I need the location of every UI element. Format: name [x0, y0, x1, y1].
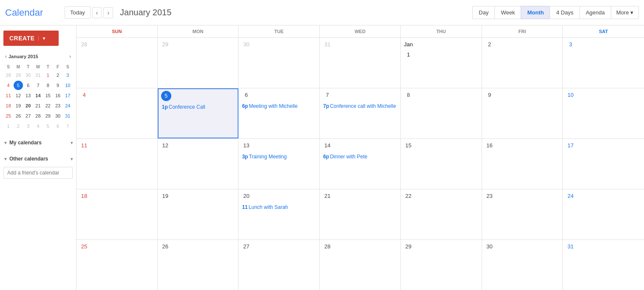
mini-day[interactable]: 22 — [43, 101, 53, 110]
add-friend-calendar-input[interactable] — [3, 167, 73, 179]
view-day-button[interactable]: Day — [472, 6, 495, 19]
cal-day[interactable]: 16 — [482, 139, 563, 189]
cal-day[interactable]: 17 — [563, 139, 644, 189]
mini-day[interactable]: 30 — [23, 70, 33, 80]
mini-day[interactable]: 30 — [53, 111, 62, 121]
next-button[interactable]: › — [103, 7, 113, 18]
mini-day[interactable]: 6 — [23, 81, 33, 90]
cal-day[interactable]: 13 3pTraining Meeting — [238, 139, 320, 189]
mini-day[interactable]: 6 — [53, 121, 62, 131]
view-4days-button[interactable]: 4 Days — [550, 6, 579, 19]
cal-day[interactable]: 24 — [563, 189, 644, 239]
mini-day[interactable]: 25 — [4, 111, 13, 121]
cal-day[interactable]: 9 — [482, 88, 563, 138]
cal-day[interactable]: 30 — [238, 38, 320, 88]
calendar-event[interactable]: 7pConference call with Michelle — [322, 103, 398, 110]
other-calendars-dropdown[interactable]: ▾ — [71, 157, 73, 161]
mini-day[interactable]: 4 — [4, 81, 13, 90]
cal-day[interactable]: 27 — [238, 240, 320, 290]
mini-day[interactable]: 10 — [63, 81, 72, 90]
calendar-event[interactable]: 1pConference Call — [161, 104, 235, 110]
calendar-event[interactable]: 6pMeeting with Michelle — [241, 103, 317, 110]
cal-day[interactable]: 2 — [482, 38, 563, 88]
mini-day[interactable]: 5 — [43, 121, 53, 131]
cal-day-selected[interactable]: 5 1pConference Call — [158, 88, 239, 138]
mini-day[interactable]: 3 — [23, 121, 33, 131]
mini-day[interactable]: 18 — [4, 101, 13, 110]
mini-day[interactable]: 11 — [4, 91, 13, 100]
mini-day[interactable]: 28 — [4, 70, 13, 80]
mini-day[interactable]: 31 — [33, 70, 43, 80]
cal-day[interactable]: 8 — [401, 88, 482, 138]
mini-day[interactable]: 28 — [33, 111, 43, 121]
cal-day[interactable]: 28 — [320, 240, 401, 290]
create-button[interactable]: CREATE ▼ — [3, 31, 59, 46]
calendar-event[interactable]: 11Lunch with Sarah — [241, 204, 317, 211]
view-month-button[interactable]: Month — [521, 6, 550, 19]
more-button[interactable]: More ▾ — [611, 6, 639, 19]
cal-day[interactable]: 31 — [563, 240, 644, 290]
mini-cal-prev[interactable]: ‹ — [3, 53, 9, 60]
cal-day[interactable]: 3 — [563, 38, 644, 88]
my-calendars-dropdown[interactable]: ▾ — [71, 141, 73, 145]
mini-cal-next[interactable]: › — [68, 53, 73, 60]
mini-day[interactable]: 20 — [23, 101, 33, 110]
cal-day[interactable]: 31 — [320, 38, 401, 88]
cal-day[interactable]: 25 — [77, 240, 158, 290]
mini-day[interactable]: 23 — [53, 101, 62, 110]
cal-day[interactable]: 22 — [401, 189, 482, 239]
cal-day[interactable]: 29 — [401, 240, 482, 290]
mini-day[interactable]: 16 — [53, 91, 62, 100]
mini-day[interactable]: 21 — [33, 101, 43, 110]
mini-day[interactable]: 13 — [23, 91, 33, 100]
cal-day[interactable]: 10 — [563, 88, 644, 138]
mini-day[interactable]: 2 — [14, 121, 23, 131]
view-agenda-button[interactable]: Agenda — [579, 6, 611, 19]
cal-day[interactable]: 11 — [77, 139, 158, 189]
mini-day[interactable]: 7 — [63, 121, 72, 131]
mini-day[interactable]: 1 — [4, 121, 13, 131]
mini-day[interactable]: 14 — [33, 91, 43, 100]
cal-day[interactable]: 12 — [158, 139, 239, 189]
calendar-event[interactable]: 6pDinner with Pete — [322, 153, 398, 160]
mini-day[interactable]: 3 — [63, 70, 72, 80]
mini-day[interactable]: 27 — [23, 111, 33, 121]
mini-day[interactable]: 12 — [14, 91, 23, 100]
prev-button[interactable]: ‹ — [92, 7, 102, 18]
other-calendars-header[interactable]: ▼ Other calendars ▾ — [3, 154, 73, 163]
mini-day[interactable]: 4 — [33, 121, 43, 131]
mini-day-today[interactable]: 5 — [14, 81, 23, 90]
mini-day[interactable]: 19 — [14, 101, 23, 110]
mini-day[interactable]: 8 — [43, 81, 53, 90]
create-dropdown-arrow[interactable]: ▼ — [38, 36, 46, 41]
mini-day[interactable]: 7 — [33, 81, 43, 90]
mini-day[interactable]: 2 — [53, 70, 62, 80]
cal-day[interactable]: 30 — [482, 240, 563, 290]
my-calendars-header[interactable]: ▼ My calendars ▾ — [3, 138, 73, 147]
cal-day[interactable]: 19 — [158, 189, 239, 239]
cal-day[interactable]: 26 — [158, 240, 239, 290]
cal-day[interactable]: 21 — [320, 189, 401, 239]
mini-day[interactable]: 24 — [63, 101, 72, 110]
mini-day[interactable]: 29 — [14, 70, 23, 80]
mini-calendar-title[interactable]: January 2015 — [9, 54, 68, 59]
calendar-event[interactable]: 3pTraining Meeting — [241, 153, 317, 160]
mini-day[interactable]: 9 — [53, 81, 62, 90]
cal-day[interactable]: 7 7pConference call with Michelle — [320, 88, 401, 138]
today-button[interactable]: Today — [65, 6, 91, 19]
cal-day[interactable]: Jan 1 — [401, 38, 482, 88]
cal-day[interactable]: 23 — [482, 189, 563, 239]
mini-day[interactable]: 17 — [63, 91, 72, 100]
mini-day[interactable]: 29 — [43, 111, 53, 121]
mini-day[interactable]: 15 — [43, 91, 53, 100]
mini-day[interactable]: 1 — [43, 70, 53, 80]
cal-day[interactable]: 14 6pDinner with Pete — [320, 139, 401, 189]
view-week-button[interactable]: Week — [494, 6, 521, 19]
mini-day[interactable]: 31 — [63, 111, 72, 121]
cal-day[interactable]: 28 — [77, 38, 158, 88]
cal-day[interactable]: 18 — [77, 189, 158, 239]
cal-day[interactable]: 29 — [158, 38, 239, 88]
cal-day[interactable]: 6 6pMeeting with Michelle — [238, 88, 320, 138]
cal-day[interactable]: 15 — [401, 139, 482, 189]
cal-day[interactable]: 4 — [77, 88, 158, 138]
